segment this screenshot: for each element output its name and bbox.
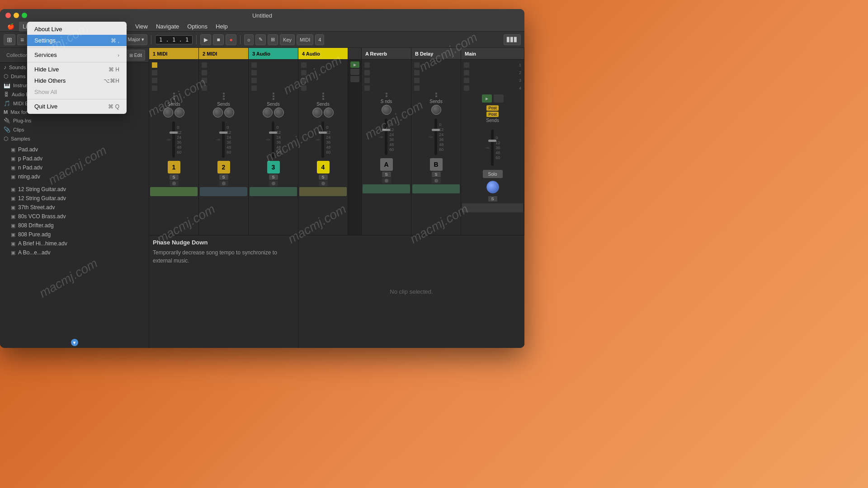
clip-slot-m-2[interactable]: 2 — [462, 69, 523, 76]
dropdown-settings[interactable]: Settings... ⌘ , — [27, 35, 127, 46]
clip-btn-4-4[interactable] — [301, 85, 307, 91]
clip-btn-2-3[interactable] — [202, 78, 207, 83]
clip-btn-4-1[interactable] — [301, 62, 307, 68]
track-header-2[interactable]: 2 MIDI — [199, 48, 249, 59]
clip-btn-d-4[interactable] — [414, 85, 420, 91]
track-header-1[interactable]: 1 MIDI — [149, 48, 199, 59]
clip-btn-r-4[interactable] — [364, 85, 370, 91]
close-button[interactable] — [5, 13, 11, 18]
dropdown-quit-live[interactable]: Quit Live ⌘ Q — [27, 101, 127, 112]
fader-handle-3[interactable] — [269, 131, 277, 134]
clip-slot-4-1[interactable] — [299, 61, 347, 69]
pencil-btn[interactable]: ✎ — [255, 34, 266, 45]
track-launch-3[interactable] — [250, 187, 297, 196]
stop-btn[interactable]: ■ — [213, 34, 224, 45]
fader-track-3[interactable] — [272, 122, 274, 158]
sidebar-section-samples[interactable]: ⬡ Samples — [0, 134, 149, 143]
solo-btn-3[interactable]: S — [269, 174, 278, 180]
arrange-item-2[interactable]: ▣ p Pad.adv — [0, 154, 149, 163]
monitor-btn-r[interactable] — [382, 178, 391, 183]
menu-options[interactable]: Options — [184, 22, 211, 32]
solo-btn-main[interactable]: S — [488, 196, 497, 202]
grid-btn[interactable]: ⊞ — [268, 34, 278, 45]
track-launch-1[interactable] — [150, 187, 198, 196]
clip-btn-3-2[interactable] — [251, 70, 257, 75]
scene-stop-btn[interactable] — [494, 94, 504, 103]
clip-slot-d-4[interactable] — [412, 84, 460, 92]
clip-btn-m-1[interactable] — [464, 62, 469, 68]
arrange-item-1[interactable]: ▣ Pad.adv — [0, 145, 149, 154]
track-header-main[interactable]: Main — [461, 48, 524, 59]
clip-slot-4-3[interactable] — [299, 77, 347, 84]
clip-slot-m-4[interactable]: 4 — [462, 84, 523, 92]
fader-handle-1[interactable] — [170, 131, 178, 134]
arrange-item-3[interactable]: ▣ n Pad.adv — [0, 163, 149, 172]
clip-btn-1-1[interactable] — [152, 62, 157, 68]
fader-track-1[interactable] — [172, 122, 175, 158]
clip-btn-1-3[interactable] — [152, 78, 157, 83]
send-knob-b-1[interactable] — [175, 108, 184, 117]
play-btn[interactable]: ▶ — [200, 34, 211, 45]
apple-menu[interactable]: 🍎 — [4, 22, 18, 32]
send-knob-b-3[interactable] — [274, 108, 284, 117]
sidebar-section-plugins[interactable]: 🔌 Plug-Ins — [0, 116, 149, 125]
clip-slot-1-3[interactable] — [150, 77, 198, 84]
record-btn[interactable]: ● — [226, 34, 236, 45]
solo-btn-d[interactable]: S — [432, 172, 441, 177]
send-knob-b-4[interactable] — [324, 108, 334, 117]
clip-slot-4-4[interactable] — [299, 84, 347, 92]
clip-btn-m-4[interactable] — [464, 85, 469, 91]
clip-slot-3-2[interactable] — [250, 69, 297, 76]
clip-slot-d-3[interactable] — [412, 77, 460, 84]
monitor-btn-4[interactable] — [319, 181, 328, 186]
send-knob-a-4[interactable] — [312, 108, 322, 117]
fader-track-main[interactable] — [491, 130, 494, 166]
clip-slot-2-1[interactable] — [200, 61, 247, 69]
clip-btn-r-1[interactable] — [364, 62, 370, 68]
key-btn[interactable]: Key — [280, 34, 295, 45]
fullscreen-button[interactable] — [22, 13, 27, 18]
channel-letter-btn-b[interactable]: B — [430, 158, 443, 171]
clip-slot-1-2[interactable] — [150, 69, 198, 76]
fader-handle-4[interactable] — [319, 131, 327, 134]
clip-btn-3-4[interactable] — [251, 85, 257, 91]
solo-btn-2[interactable]: S — [219, 174, 228, 180]
solo-btn-4[interactable]: S — [319, 174, 328, 180]
fader-handle-r[interactable] — [382, 129, 390, 131]
clip-slot-4-2[interactable] — [299, 69, 347, 76]
clip-slot-r-3[interactable] — [363, 77, 410, 84]
monitor-btn-2[interactable] — [219, 181, 228, 186]
clip-btn-2-2[interactable] — [202, 70, 207, 75]
minimize-button[interactable] — [14, 13, 19, 18]
clip-slot-r-1[interactable] — [363, 61, 410, 69]
clip-btn-3-1[interactable] — [251, 62, 257, 68]
clip-btn-4-3[interactable] — [301, 78, 307, 83]
channel-num-btn-3[interactable]: 3 — [267, 161, 280, 174]
scale-select[interactable]: Major ▾ — [125, 34, 148, 45]
clip-slot-r-2[interactable] — [363, 69, 410, 76]
file-item-8[interactable]: ▣ A Bo...e...adv — [0, 248, 149, 257]
dropdown-hide-others[interactable]: Hide Others ⌥⌘H — [27, 75, 127, 86]
dropdown-about-live[interactable]: About Live — [27, 23, 127, 35]
file-item-2[interactable]: ▣ 12 String Guitar.adv — [0, 194, 149, 203]
clip-slot-d-1[interactable] — [412, 61, 460, 69]
clip-slot-2-3[interactable] — [200, 77, 247, 84]
menu-view[interactable]: View — [132, 22, 151, 32]
midi-btn[interactable]: MIDI — [297, 34, 313, 45]
clip-btn-4-2[interactable] — [301, 70, 307, 75]
file-item-4[interactable]: ▣ 80s VCO Brass.adv — [0, 212, 149, 221]
arrange-view-btn[interactable]: ≡ — [17, 34, 27, 45]
monitor-btn-3[interactable] — [269, 181, 278, 186]
post-btn-1[interactable]: Post — [486, 105, 498, 111]
clip-slot-2-4[interactable] — [200, 84, 247, 92]
post-btn-2[interactable]: Post — [486, 112, 498, 117]
clip-btn-1-2[interactable] — [152, 70, 157, 75]
clip-slot-3-3[interactable] — [250, 77, 297, 84]
clip-btn-2-1[interactable] — [202, 62, 207, 68]
monitor-btn-d[interactable] — [432, 178, 441, 183]
fader-track-r[interactable] — [385, 119, 387, 155]
clip-btn-2-4[interactable] — [202, 85, 207, 91]
file-item-1[interactable]: ▣ 12 String Guitar.adv — [0, 185, 149, 194]
fader-track-d[interactable] — [434, 119, 437, 155]
clip-btn-r-3[interactable] — [364, 78, 370, 83]
